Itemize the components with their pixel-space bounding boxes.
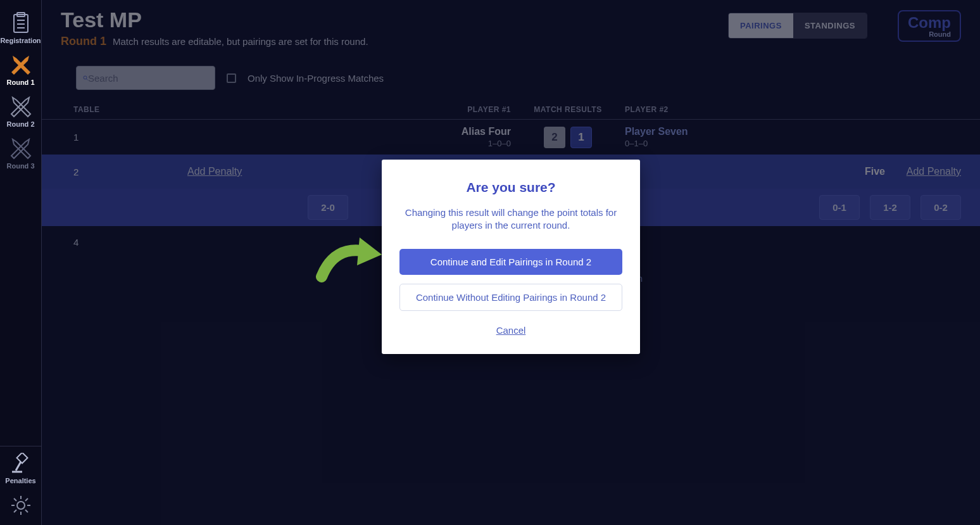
sidebar-label: Penalties (5, 477, 35, 484)
svg-line-14 (25, 510, 28, 512)
sidebar-item-round1[interactable]: Round 1 (0, 48, 41, 90)
sidebar-label: Round 2 (7, 120, 35, 128)
sidebar-item-registration[interactable]: Registration (0, 5, 41, 48)
continue-edit-button[interactable]: Continue and Edit Pairings in Round 2 (399, 249, 622, 275)
svg-point-8 (17, 502, 25, 509)
modal-body: Changing this result will change the poi… (399, 206, 622, 232)
cancel-link[interactable]: Cancel (496, 325, 526, 336)
swords-icon (8, 54, 34, 76)
modal-title: Are you sure? (399, 180, 622, 195)
swords-icon (8, 96, 34, 118)
sidebar-item-penalties[interactable]: Penalties (0, 446, 41, 488)
svg-line-6 (16, 462, 21, 471)
clipboard-icon (10, 11, 32, 34)
svg-line-15 (25, 498, 28, 501)
swords-icon (8, 138, 34, 160)
svg-line-13 (14, 498, 16, 501)
gear-icon (10, 495, 32, 516)
sidebar: Registration Round 1 Round 2 Round 3 Pen… (0, 0, 42, 525)
sidebar-item-round3[interactable]: Round 3 (0, 132, 41, 174)
confirm-modal: Are you sure? Changing this result will … (382, 160, 640, 354)
modal-overlay: Are you sure? Changing this result will … (42, 0, 980, 525)
main: Test MP Round 1 Match results are editab… (42, 0, 980, 525)
sidebar-item-settings[interactable] (0, 488, 41, 525)
svg-line-16 (14, 510, 16, 512)
gavel-icon (9, 453, 32, 474)
sidebar-label: Registration (0, 37, 41, 44)
sidebar-item-round2[interactable]: Round 2 (0, 90, 41, 132)
continue-no-edit-button[interactable]: Continue Without Editing Pairings in Rou… (399, 284, 622, 311)
sidebar-label: Round 3 (7, 162, 35, 170)
svg-rect-5 (16, 453, 27, 463)
sidebar-label: Round 1 (7, 79, 35, 86)
arrow-annotation (315, 232, 385, 283)
